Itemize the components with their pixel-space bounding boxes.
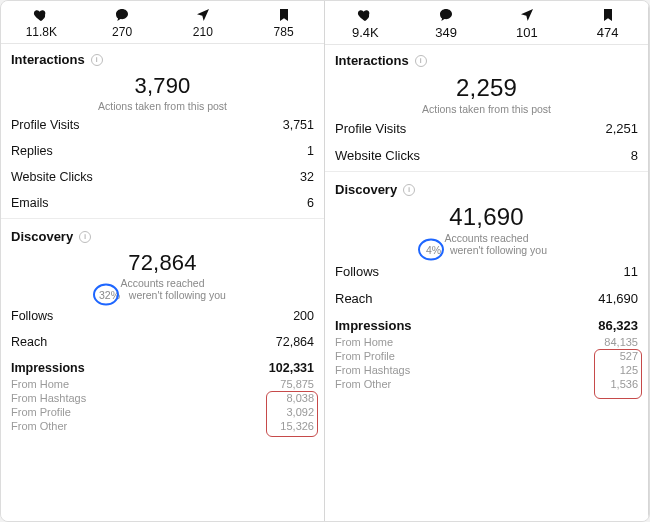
shares-metric[interactable]: 210 bbox=[163, 7, 244, 39]
share-icon bbox=[519, 7, 535, 23]
discovery-total: 41,690 Accounts reached 4% weren't follo… bbox=[325, 199, 648, 258]
discovery-count: 41,690 bbox=[325, 203, 648, 231]
info-icon[interactable]: i bbox=[415, 55, 427, 67]
row-reach: Reach72,864 bbox=[1, 329, 324, 355]
comments-metric[interactable]: 349 bbox=[406, 7, 487, 40]
impressions-total: 86,323 bbox=[598, 318, 638, 333]
info-icon[interactable]: i bbox=[79, 231, 91, 243]
saves-metric[interactable]: 785 bbox=[243, 7, 324, 39]
insights-panel-right: 9.4K 349 101 474 Interactions i 2,259 Ac… bbox=[325, 1, 649, 521]
impressions-label: Impressions bbox=[335, 318, 412, 333]
impressions-breakdown: From Home75,875 From Hashtags8,038 From … bbox=[1, 377, 324, 433]
likes-value: 9.4K bbox=[352, 25, 379, 40]
row-profile-visits: Profile Visits3,751 bbox=[1, 112, 324, 138]
saves-metric[interactable]: 474 bbox=[567, 7, 648, 40]
discovery-count: 72,864 bbox=[1, 250, 324, 276]
heart-icon bbox=[33, 7, 49, 23]
interactions-subtext: Actions taken from this post bbox=[325, 103, 648, 115]
comment-icon bbox=[438, 7, 454, 23]
top-metrics-bar: 11.8K 270 210 785 bbox=[1, 1, 324, 44]
interactions-subtext: Actions taken from this post bbox=[1, 100, 324, 112]
discovery-heading: Discovery i bbox=[325, 174, 648, 199]
discovery-subtext: Accounts reached 4% weren't following yo… bbox=[426, 232, 547, 256]
row-profile-visits: Profile Visits2,251 bbox=[325, 115, 648, 142]
insights-body: Interactions i 2,259 Actions taken from … bbox=[325, 45, 648, 521]
shares-value: 101 bbox=[516, 25, 538, 40]
info-icon[interactable]: i bbox=[91, 54, 103, 66]
info-icon[interactable]: i bbox=[403, 184, 415, 196]
discovery-heading: Discovery i bbox=[1, 221, 324, 246]
row-follows: Follows200 bbox=[1, 303, 324, 329]
comments-metric[interactable]: 270 bbox=[82, 7, 163, 39]
top-metrics-bar: 9.4K 349 101 474 bbox=[325, 1, 648, 45]
impr-from-other: From Other1,536 bbox=[325, 377, 648, 391]
share-icon bbox=[195, 7, 211, 23]
impr-from-home: From Home84,135 bbox=[325, 335, 648, 349]
comments-value: 349 bbox=[435, 25, 457, 40]
row-replies: Replies1 bbox=[1, 138, 324, 164]
saves-value: 785 bbox=[274, 25, 294, 39]
interactions-label: Interactions bbox=[335, 53, 409, 68]
likes-metric[interactable]: 9.4K bbox=[325, 7, 406, 40]
interactions-count: 2,259 bbox=[325, 74, 648, 102]
discovery-label: Discovery bbox=[335, 182, 397, 197]
impr-from-profile: From Profile3,092 bbox=[1, 405, 324, 419]
comments-value: 270 bbox=[112, 25, 132, 39]
interactions-total: 2,259 Actions taken from this post bbox=[325, 70, 648, 115]
shares-value: 210 bbox=[193, 25, 213, 39]
likes-metric[interactable]: 11.8K bbox=[1, 7, 82, 39]
impr-from-other: From Other15,326 bbox=[1, 419, 324, 433]
row-emails: Emails6 bbox=[1, 190, 324, 216]
saves-value: 474 bbox=[597, 25, 619, 40]
interactions-total: 3,790 Actions taken from this post bbox=[1, 69, 324, 112]
row-website-clicks: Website Clicks32 bbox=[1, 164, 324, 190]
comment-icon bbox=[114, 7, 130, 23]
discovery-label: Discovery bbox=[11, 229, 73, 244]
interactions-label: Interactions bbox=[11, 52, 85, 67]
insights-panel-left: 11.8K 270 210 785 Interactions i 3,790 A… bbox=[1, 1, 325, 521]
interactions-count: 3,790 bbox=[1, 73, 324, 99]
impr-from-profile: From Profile527 bbox=[325, 349, 648, 363]
impr-from-hashtags: From Hashtags125 bbox=[325, 363, 648, 377]
discovery-total: 72,864 Accounts reached 32% weren't foll… bbox=[1, 246, 324, 303]
row-website-clicks: Website Clicks8 bbox=[325, 142, 648, 169]
impressions-label: Impressions bbox=[11, 361, 85, 375]
discovery-subtext: Accounts reached 32% weren't following y… bbox=[99, 277, 226, 301]
shares-metric[interactable]: 101 bbox=[487, 7, 568, 40]
save-icon bbox=[600, 7, 616, 23]
interactions-heading: Interactions i bbox=[325, 45, 648, 70]
insights-body: Interactions i 3,790 Actions taken from … bbox=[1, 44, 324, 521]
impr-from-hashtags: From Hashtags8,038 bbox=[1, 391, 324, 405]
impressions-breakdown: From Home84,135 From Profile527 From Has… bbox=[325, 335, 648, 391]
impressions-heading: Impressions 86,323 bbox=[325, 312, 648, 335]
row-follows: Follows11 bbox=[325, 258, 648, 285]
save-icon bbox=[276, 7, 292, 23]
impressions-heading: Impressions 102,331 bbox=[1, 355, 324, 377]
interactions-heading: Interactions i bbox=[1, 44, 324, 69]
heart-icon bbox=[357, 7, 373, 23]
impr-from-home: From Home75,875 bbox=[1, 377, 324, 391]
likes-value: 11.8K bbox=[26, 25, 57, 39]
row-reach: Reach41,690 bbox=[325, 285, 648, 312]
impressions-total: 102,331 bbox=[269, 361, 314, 375]
